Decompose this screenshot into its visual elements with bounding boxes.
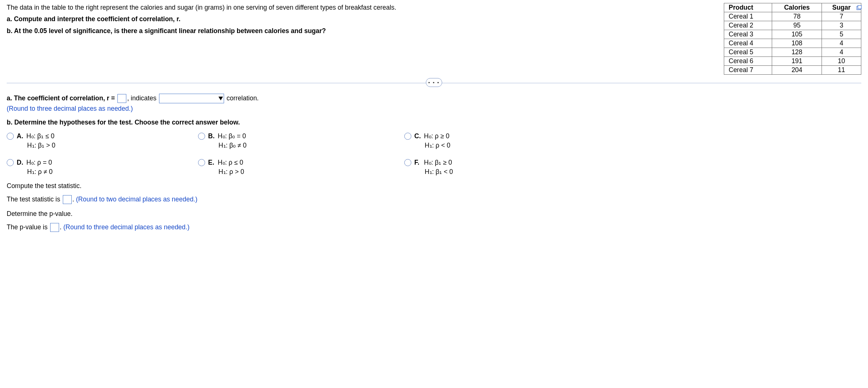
cell-product: Cereal 3 <box>724 30 772 39</box>
choice-letter: F. <box>414 158 422 167</box>
choice-h1: H₁: β₁ < 0 <box>425 168 453 175</box>
correlation-dropdown[interactable] <box>159 94 224 103</box>
table-row: Cereal 720411 <box>724 66 861 75</box>
cell-sugar: 4 <box>822 48 861 57</box>
choice-F: F.H₀: β₁ ≥ 0H₁: β₁ < 0 <box>404 158 861 176</box>
cell-product: Cereal 5 <box>724 48 772 57</box>
data-table: Product Calories Sugar Cereal 1787 Cerea… <box>724 3 861 75</box>
choice-h0: H₀: β₀ = 0 <box>218 132 246 140</box>
cell-product: Cereal 2 <box>724 21 772 30</box>
choice-C: C.H₀: ρ ≥ 0H₁: ρ < 0 <box>404 132 861 150</box>
part-a-mid: , indicates <box>127 94 156 102</box>
cell-calories: 128 <box>772 48 822 57</box>
cell-calories: 95 <box>772 21 822 30</box>
choice-letter: C. <box>414 132 422 141</box>
radio-F[interactable] <box>404 159 411 166</box>
cell-sugar: 11 <box>822 66 861 75</box>
col-sugar: Sugar <box>822 3 861 12</box>
popout-icon[interactable] <box>856 5 862 10</box>
cell-calories: 204 <box>772 66 822 75</box>
choice-h0: H₀: β₁ ≥ 0 <box>424 159 452 166</box>
radio-B[interactable] <box>198 133 205 140</box>
cell-calories: 191 <box>772 57 822 66</box>
part-a-answer-line: a. The coefficient of correlation, r = ,… <box>7 94 861 113</box>
cell-sugar: 5 <box>822 30 861 39</box>
choice-h1: H₁: β₀ ≠ 0 <box>218 142 247 149</box>
cell-sugar: 3 <box>822 21 861 30</box>
part-b-prompt: b. At the 0.05 level of significance, is… <box>7 27 326 35</box>
part-b-instructions: b. Determine the hypotheses for the test… <box>7 119 240 126</box>
cell-product: Cereal 4 <box>724 39 772 48</box>
svg-rect-1 <box>858 5 861 9</box>
table-row: Cereal 31055 <box>724 30 861 39</box>
r-value-input[interactable] <box>117 94 126 103</box>
choice-h0: H₀: ρ ≥ 0 <box>424 132 449 140</box>
table-row: Cereal 51284 <box>724 48 861 57</box>
cell-sugar: 4 <box>822 39 861 48</box>
table-row: Cereal 41084 <box>724 39 861 48</box>
intro-paragraph: The data in the table to the right repre… <box>7 3 709 12</box>
tstat-tail: . <box>72 195 76 203</box>
hypothesis-choices: A.H₀: β₁ ≤ 0H₁: β₁ > 0 B.H₀: β₀ = 0H₁: β… <box>7 132 861 176</box>
cell-sugar: 7 <box>822 12 861 21</box>
col-calories: Calories <box>772 3 822 12</box>
choice-h1: H₁: ρ ≠ 0 <box>27 168 52 175</box>
choice-E: E.H₀: ρ ≤ 0H₁: ρ > 0 <box>198 158 404 176</box>
table-row: Cereal 2953 <box>724 21 861 30</box>
radio-D[interactable] <box>7 159 14 166</box>
choice-h0: H₀: ρ = 0 <box>26 159 52 166</box>
choice-A: A.H₀: β₁ ≤ 0H₁: β₁ > 0 <box>7 132 198 150</box>
tstat-input[interactable] <box>63 195 72 204</box>
choice-h1: H₁: ρ < 0 <box>425 142 450 149</box>
choice-D: D.H₀: ρ = 0H₁: ρ ≠ 0 <box>7 158 198 176</box>
radio-A[interactable] <box>7 133 14 140</box>
choice-letter: B. <box>208 132 216 141</box>
tstat-title: Compute the test statistic. <box>7 182 861 190</box>
round-note-pvalue: (Round to three decimal places as needed… <box>64 223 190 231</box>
cell-calories: 108 <box>772 39 822 48</box>
table-row: Cereal 619110 <box>724 57 861 66</box>
choice-letter: A. <box>17 132 24 141</box>
round-note-tstat: (Round to two decimal places as needed.) <box>76 195 198 203</box>
cell-sugar: 10 <box>822 57 861 66</box>
pvalue-title: Determine the p-value. <box>7 210 861 218</box>
round-note-a: (Round to three decimal places as needed… <box>7 105 861 113</box>
cell-calories: 78 <box>772 12 822 21</box>
choice-h0: H₀: β₁ ≤ 0 <box>26 132 55 140</box>
cell-product: Cereal 1 <box>724 12 772 21</box>
pvalue-lead: The p-value is <box>7 223 49 231</box>
radio-E[interactable] <box>198 159 205 166</box>
col-product: Product <box>724 3 772 12</box>
choice-letter: E. <box>208 158 216 167</box>
cell-product: Cereal 7 <box>724 66 772 75</box>
choice-h1: H₁: β₁ > 0 <box>27 142 55 149</box>
part-a-prompt: a. Compute and interpret the coefficient… <box>7 15 181 23</box>
cell-product: Cereal 6 <box>724 57 772 66</box>
part-a-tail: correlation. <box>225 94 259 102</box>
choice-h1: H₁: ρ > 0 <box>218 168 244 175</box>
choice-B: B.H₀: β₀ = 0H₁: β₀ ≠ 0 <box>198 132 404 150</box>
pvalue-tail: . <box>60 223 64 231</box>
table-row: Cereal 1787 <box>724 12 861 21</box>
choice-letter: D. <box>17 158 24 167</box>
pvalue-input[interactable] <box>50 223 59 232</box>
chevron-down-icon <box>218 97 223 100</box>
choice-h0: H₀: ρ ≤ 0 <box>218 159 243 166</box>
part-a-lead: a. The coefficient of correlation, r = <box>7 94 115 102</box>
more-button[interactable]: • • • <box>426 78 442 87</box>
cell-calories: 105 <box>772 30 822 39</box>
tstat-lead: The test statistic is <box>7 195 62 203</box>
radio-C[interactable] <box>404 133 411 140</box>
